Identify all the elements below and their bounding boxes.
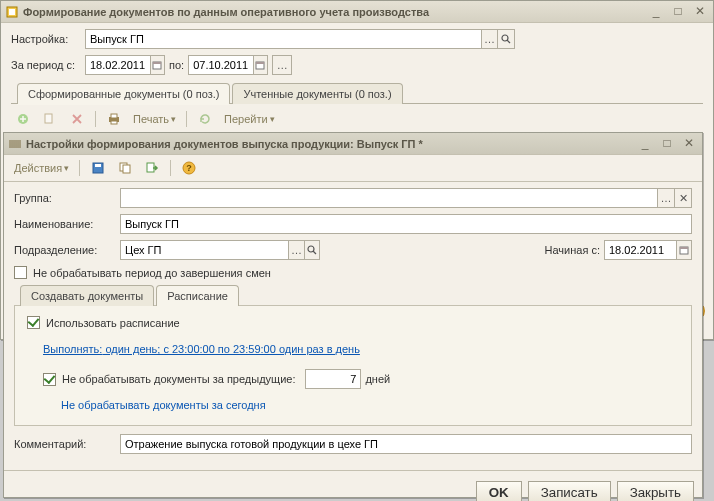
no-process-today-link[interactable]: Не обрабатывать документы за сегодня xyxy=(61,399,266,411)
svg-rect-23 xyxy=(680,247,688,249)
search-icon[interactable] xyxy=(497,30,514,48)
group-input[interactable] xyxy=(121,189,657,207)
use-schedule-checkbox[interactable]: Использовать расписание xyxy=(27,316,679,329)
use-schedule-label: Использовать расписание xyxy=(46,317,180,329)
svg-rect-17 xyxy=(147,163,154,172)
schedule-execute-link[interactable]: Выполнять: xyxy=(43,343,102,355)
goto-button[interactable]: Перейти▾ xyxy=(220,108,279,130)
tab-schedule[interactable]: Расписание xyxy=(156,285,239,306)
svg-text:?: ? xyxy=(186,163,192,173)
maximize-button[interactable]: □ xyxy=(669,4,687,20)
starting-label: Начиная с: xyxy=(545,244,600,256)
edit-icon xyxy=(38,108,62,130)
tab-formed-documents[interactable]: Сформированные документы (0 поз.) xyxy=(17,83,230,104)
no-process-shift-checkbox[interactable]: Не обрабатывать период до завершения сме… xyxy=(14,266,271,279)
period-to-label: по: xyxy=(169,59,184,71)
maximize-button[interactable]: □ xyxy=(658,136,676,152)
child-window: Настройки формирования документов выпуск… xyxy=(3,132,703,498)
actions-menu[interactable]: Действия▾ xyxy=(10,157,73,179)
svg-rect-16 xyxy=(123,165,130,173)
refresh-icon xyxy=(193,108,217,130)
close-button[interactable]: ✕ xyxy=(680,136,698,152)
days-suffix: дней xyxy=(365,373,390,385)
no-process-prev-checkbox[interactable]: Не обрабатывать документы за предыдущие: xyxy=(43,373,295,386)
child-titlebar[interactable]: Настройки формирования документов выпуск… xyxy=(4,133,702,155)
tab-create-documents[interactable]: Создавать документы xyxy=(20,285,154,306)
tab-posted-documents[interactable]: Учтенные документы (0 поз.) xyxy=(232,83,402,104)
add-icon xyxy=(11,108,35,130)
goto-ref-icon[interactable] xyxy=(140,157,164,179)
division-input[interactable] xyxy=(121,241,288,259)
division-label: Подразделение: xyxy=(14,244,116,256)
setting-label: Настройка: xyxy=(11,33,81,45)
name-label: Наименование: xyxy=(14,218,116,230)
days-field[interactable] xyxy=(305,369,361,389)
comment-input[interactable] xyxy=(121,435,691,453)
minimize-button[interactable]: _ xyxy=(647,4,665,20)
setting-field[interactable]: … xyxy=(85,29,515,49)
minimize-button[interactable]: _ xyxy=(636,136,654,152)
starting-input[interactable] xyxy=(605,241,676,259)
schedule-panel: Использовать расписание Выполнять: один … xyxy=(14,305,692,426)
period-from-label: За период с: xyxy=(11,59,81,71)
days-input[interactable] xyxy=(306,370,360,388)
division-field[interactable]: … xyxy=(120,240,320,260)
group-field[interactable]: … ✕ xyxy=(120,188,692,208)
child-title: Настройки формирования документов выпуск… xyxy=(26,138,636,150)
comment-label: Комментарий: xyxy=(14,438,116,450)
setting-input[interactable] xyxy=(86,30,481,48)
search-icon[interactable] xyxy=(304,241,319,259)
name-input[interactable] xyxy=(121,215,691,233)
comment-field[interactable] xyxy=(120,434,692,454)
copy-icon[interactable] xyxy=(113,157,137,179)
period-from-field[interactable] xyxy=(85,55,165,75)
no-process-shift-label: Не обрабатывать период до завершения сме… xyxy=(33,267,271,279)
child-toolbar: Действия▾ ? xyxy=(4,155,702,182)
svg-rect-7 xyxy=(256,62,264,64)
ellipsis-icon[interactable]: … xyxy=(657,189,674,207)
parent-toolbar: Печать▾ Перейти▾ xyxy=(11,104,703,134)
svg-line-3 xyxy=(507,40,510,43)
save-button[interactable]: Записать xyxy=(528,481,611,501)
svg-rect-12 xyxy=(111,121,117,124)
period-to-field[interactable] xyxy=(188,55,268,75)
list-icon xyxy=(8,137,22,151)
svg-rect-14 xyxy=(95,164,101,167)
help-icon[interactable]: ? xyxy=(177,157,201,179)
child-footer: OK Записать Закрыть xyxy=(4,475,702,501)
svg-rect-5 xyxy=(153,62,161,64)
ok-button[interactable]: OK xyxy=(476,481,522,501)
period-to-input[interactable] xyxy=(189,56,253,74)
svg-line-21 xyxy=(313,251,316,254)
calendar-icon[interactable] xyxy=(150,56,164,74)
print-icon[interactable] xyxy=(102,108,126,130)
print-button[interactable]: Печать▾ xyxy=(129,108,180,130)
svg-rect-1 xyxy=(9,9,15,15)
starting-field[interactable] xyxy=(604,240,692,260)
app-icon xyxy=(5,5,19,19)
no-process-prev-label: Не обрабатывать документы за предыдущие: xyxy=(62,373,295,385)
close-button[interactable]: Закрыть xyxy=(617,481,694,501)
group-label: Группа: xyxy=(14,192,116,204)
schedule-execute-rest[interactable]: один день; с 23:00:00 по 23:59:00 один р… xyxy=(102,343,360,355)
ellipsis-icon[interactable]: … xyxy=(481,30,498,48)
name-field[interactable] xyxy=(120,214,692,234)
period-from-input[interactable] xyxy=(86,56,150,74)
calendar-icon[interactable] xyxy=(676,241,691,259)
svg-rect-9 xyxy=(45,114,52,123)
svg-rect-11 xyxy=(111,114,117,118)
clear-icon[interactable]: ✕ xyxy=(674,189,691,207)
parent-title: Формирование документов по данным операт… xyxy=(23,6,647,18)
period-picker-button[interactable]: … xyxy=(272,55,292,75)
calendar-icon[interactable] xyxy=(253,56,267,74)
close-button[interactable]: ✕ xyxy=(691,4,709,20)
save-icon[interactable] xyxy=(86,157,110,179)
ellipsis-icon[interactable]: … xyxy=(288,241,303,259)
delete-icon xyxy=(65,108,89,130)
parent-titlebar[interactable]: Формирование документов по данным операт… xyxy=(1,1,713,23)
